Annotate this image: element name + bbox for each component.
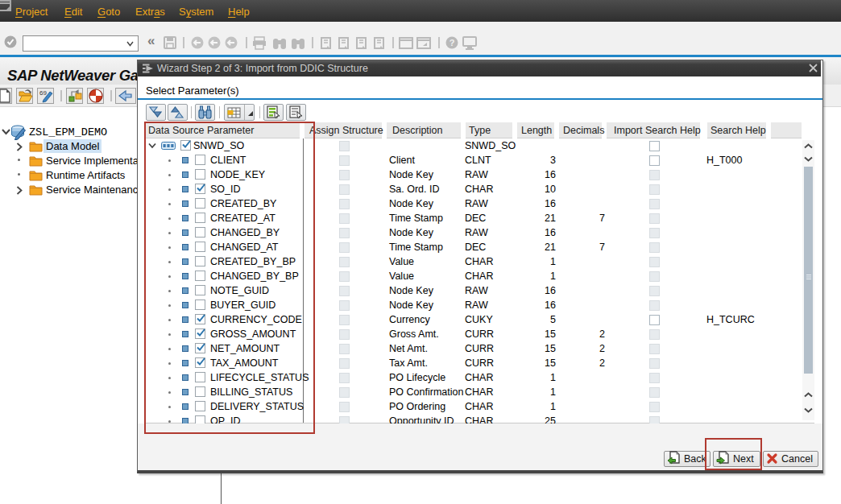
- svg-text:69: 69: [39, 89, 47, 97]
- svg-text:?: ?: [450, 38, 455, 48]
